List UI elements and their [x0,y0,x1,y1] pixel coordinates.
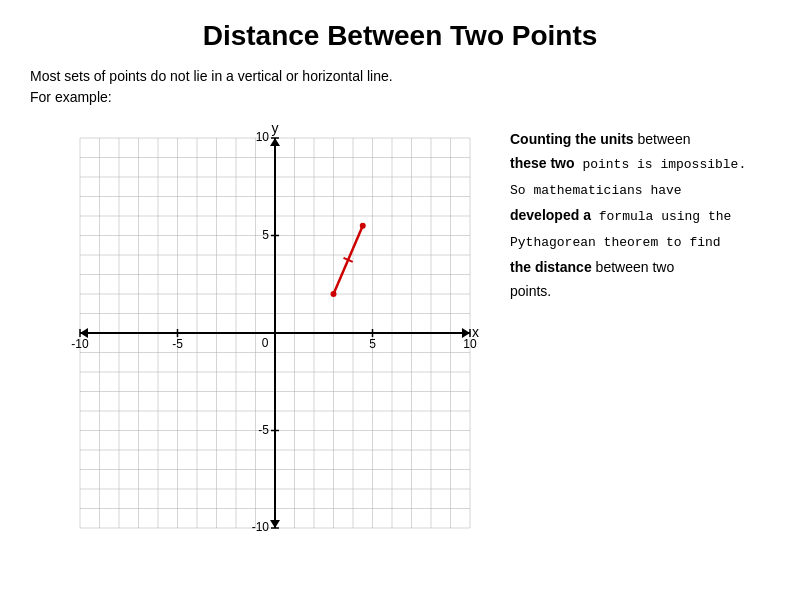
desc-line1: Counting the units between [510,128,770,150]
page-title: Distance Between Two Points [30,20,770,52]
text-panel: Counting the units between these two poi… [510,118,770,304]
desc-between-two: between two [592,259,675,275]
desc-formula: formula using the [591,209,731,224]
desc-mathematicians: So mathematicians have [510,183,682,198]
desc-line2: these two points is impossible. [510,152,770,176]
page: Distance Between Two Points Most sets of… [0,0,800,615]
counting-units-bold: Counting the units [510,131,634,147]
the-distance-bold: the distance [510,259,592,275]
desc-pythagorean: Pythagorean theorem to find [510,235,721,250]
desc-points: points. [510,283,551,299]
desc-line6: the distance between two [510,256,770,278]
subtitle-line2: For example: [30,87,770,108]
content-area: Counting the units between these two poi… [30,118,770,578]
desc-line5: Pythagorean theorem to find [510,230,770,254]
developed-a-bold: developed a [510,207,591,223]
coordinate-grid [30,118,490,578]
desc-impossible: points is impossible. [575,157,747,172]
subtitle: Most sets of points do not lie in a vert… [30,66,770,108]
subtitle-line1: Most sets of points do not lie in a vert… [30,66,770,87]
desc-between: between [634,131,691,147]
desc-line3: So mathematicians have [510,178,770,202]
graph-container [30,118,490,578]
desc-line7: points. [510,280,770,302]
desc-line4: developed a formula using the [510,204,770,228]
these-two-bold: these two [510,155,575,171]
